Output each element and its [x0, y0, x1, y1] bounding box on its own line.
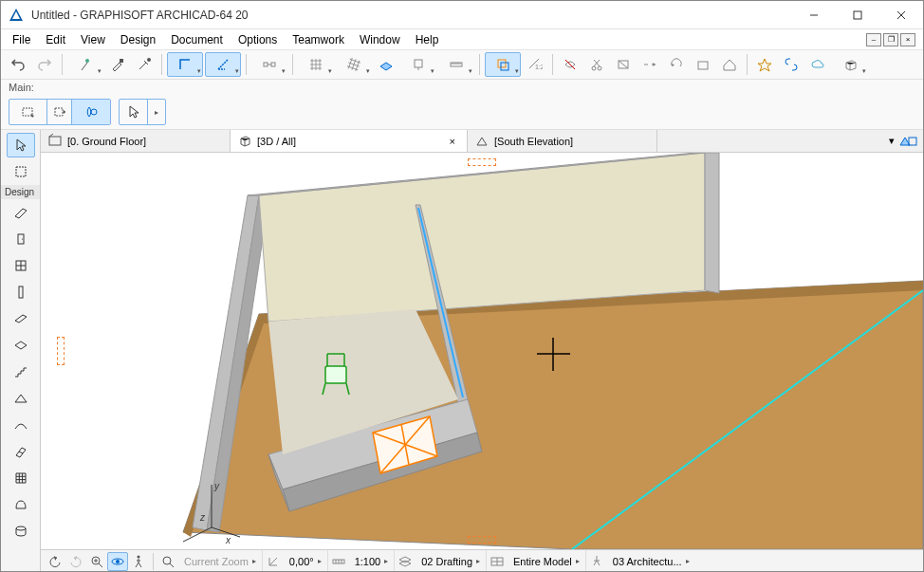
tab-3d[interactable]: [3D / All] × — [231, 130, 468, 152]
roof-tool[interactable] — [7, 386, 35, 411]
svg-marker-29 — [724, 60, 735, 70]
zoom-redo-button[interactable] — [65, 552, 86, 571]
cloud-button[interactable] — [805, 52, 830, 77]
skylight-tool[interactable] — [7, 439, 35, 464]
close-button[interactable] — [879, 1, 923, 29]
doc-close-button[interactable]: × — [900, 33, 915, 46]
morph-tool[interactable] — [7, 492, 35, 517]
design-section-label: Design — [1, 185, 40, 199]
fit-button[interactable] — [157, 552, 178, 571]
tab-ground-floor[interactable]: [0. Ground Floor] — [41, 130, 231, 152]
tab-overflow-button[interactable]: ▾ — [889, 135, 895, 147]
arrow-dropdown[interactable]: ▸ — [148, 100, 165, 124]
cut-button[interactable] — [584, 52, 609, 77]
object-tool[interactable] — [7, 519, 35, 544]
zoom-preset-dropdown[interactable]: Current Zoom▸ — [178, 550, 263, 572]
direction-select-button[interactable] — [47, 100, 72, 124]
menu-document[interactable]: Document — [163, 31, 231, 48]
dimension-dropdown[interactable]: 03 Architectu...▸ — [607, 550, 695, 572]
scale-dropdown[interactable]: 1:100▸ — [349, 550, 396, 572]
gravity-button[interactable]: ▾ — [400, 52, 436, 77]
window-controls — [792, 1, 923, 29]
measure-button[interactable]: 1:2 — [523, 52, 547, 77]
marquee-tool[interactable] — [7, 159, 35, 184]
eyedropper-button[interactable] — [105, 52, 130, 77]
arrow-tool[interactable] — [7, 133, 35, 157]
maximize-button[interactable] — [836, 1, 879, 29]
minimize-button[interactable] — [792, 1, 836, 29]
stair-tool[interactable] — [7, 360, 35, 384]
pick-tool-button[interactable]: ▾ — [67, 52, 103, 77]
menu-edit[interactable]: Edit — [38, 31, 73, 48]
box-button[interactable]: ▾ — [832, 52, 868, 77]
undo-button[interactable] — [6, 52, 30, 77]
guideline-orthogonal-button[interactable]: ▾ — [167, 52, 203, 77]
menu-design[interactable]: Design — [113, 31, 163, 48]
beam-tool[interactable] — [7, 306, 35, 331]
menu-teamwork[interactable]: Teamwork — [285, 31, 352, 48]
inject-button[interactable] — [132, 52, 157, 77]
sub-toolbar: ▸ — [1, 95, 923, 130]
arrow-button[interactable] — [120, 100, 148, 124]
trace-reference-button[interactable]: ▾ — [485, 52, 521, 77]
viewport-handle-top[interactable] — [468, 158, 496, 166]
svg-marker-13 — [380, 63, 392, 70]
home-view-button[interactable] — [691, 52, 715, 77]
menu-options[interactable]: Options — [231, 31, 285, 48]
svg-rect-10 — [264, 63, 268, 66]
curtain-wall-tool[interactable] — [7, 466, 35, 490]
redo-button[interactable] — [32, 52, 57, 77]
tab-close-button[interactable]: × — [446, 136, 459, 147]
orbit-button[interactable] — [107, 552, 128, 571]
3d-viewport[interactable]: y z x — [41, 153, 923, 549]
show-hide-button[interactable] — [611, 52, 636, 77]
partial-select-button[interactable] — [9, 100, 47, 124]
column-tool[interactable] — [7, 280, 35, 304]
menu-window[interactable]: Window — [352, 31, 408, 48]
orientation-button[interactable] — [263, 552, 284, 571]
rotate-button[interactable] — [664, 52, 689, 77]
zoom-undo-button[interactable] — [45, 552, 65, 571]
doc-restore-button[interactable]: ❐ — [883, 33, 898, 46]
suspend-groups-button[interactable] — [558, 52, 582, 77]
doc-minimize-button[interactable]: – — [866, 33, 881, 46]
svg-rect-18 — [501, 63, 508, 70]
zoom-button[interactable] — [86, 552, 107, 571]
ruler-button[interactable]: ▾ — [438, 52, 474, 77]
editing-plane-button[interactable] — [374, 52, 398, 77]
guideline-relative-button[interactable]: ▾ — [205, 52, 241, 77]
favorites-button[interactable] — [752, 52, 777, 77]
viewport-handle-left[interactable] — [57, 337, 65, 365]
svg-point-41 — [21, 238, 22, 239]
window-tool[interactable] — [7, 253, 35, 278]
slab-tool[interactable] — [7, 333, 35, 358]
svg-marker-35 — [64, 110, 65, 114]
angle-display[interactable]: 0,00°▸ — [284, 550, 328, 572]
svg-point-23 — [598, 66, 601, 70]
layer-combo-dropdown[interactable]: 02 Drafting▸ — [416, 550, 487, 572]
navigator-icon[interactable] — [898, 134, 917, 149]
viewport-handle-bottom[interactable] — [468, 536, 496, 544]
menu-help[interactable]: Help — [408, 31, 447, 48]
main-area: Design [0. Ground Floor] [3D / All] × — [1, 130, 923, 572]
quick-select-button[interactable] — [72, 100, 110, 124]
snap-button[interactable]: ▾ — [251, 52, 287, 77]
walk-button[interactable] — [128, 552, 149, 571]
gable-button[interactable] — [717, 52, 742, 77]
shell-tool[interactable] — [7, 413, 35, 437]
menu-file[interactable]: File — [5, 31, 38, 48]
svg-marker-64 — [705, 153, 719, 293]
move-button[interactable] — [638, 52, 662, 77]
model-view-dropdown[interactable]: Entire Model▸ — [508, 550, 586, 572]
tab-south-elevation[interactable]: [South Elevation] — [468, 130, 657, 152]
door-tool[interactable] — [7, 227, 35, 251]
svg-point-97 — [138, 555, 140, 558]
svg-rect-100 — [333, 560, 344, 563]
link-button[interactable] — [779, 52, 804, 77]
menu-view[interactable]: View — [73, 31, 113, 48]
grid-button[interactable]: ▾ — [298, 52, 334, 77]
wall-tool[interactable] — [7, 200, 35, 225]
archicad-app-icon — [9, 8, 24, 23]
svg-point-91 — [92, 557, 100, 564]
grid-rotate-button[interactable]: ▾ — [336, 52, 372, 77]
